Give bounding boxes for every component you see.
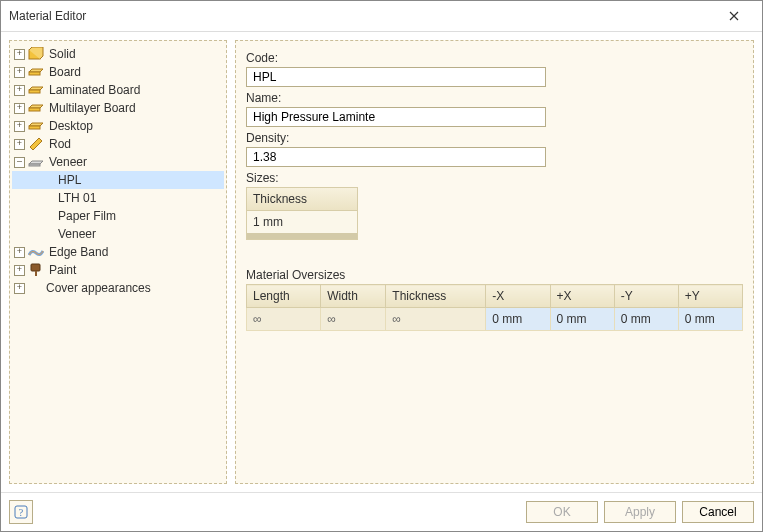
col-thickness: Thickness	[386, 285, 486, 308]
svg-text:?: ?	[19, 507, 24, 518]
cell-thickness: ∞	[386, 308, 486, 331]
expand-icon[interactable]: +	[14, 139, 25, 150]
tree-item-label: Laminated Board	[47, 83, 142, 97]
paint-icon	[28, 263, 44, 277]
table-header-row: Length Width Thickness -X +X -Y +Y	[247, 285, 743, 308]
close-icon	[729, 11, 739, 21]
ok-button[interactable]: OK	[526, 501, 598, 523]
solid-icon	[28, 47, 44, 61]
tree-item-label: Rod	[47, 137, 73, 151]
tree-item-label: Solid	[47, 47, 78, 61]
sizes-row[interactable]: 1 mm	[247, 211, 357, 233]
expand-icon[interactable]: +	[14, 85, 25, 96]
cell-plus-x[interactable]: 0 mm	[550, 308, 614, 331]
titlebar: Material Editor	[1, 1, 762, 32]
expand-icon[interactable]: +	[14, 67, 25, 78]
cell-length: ∞	[247, 308, 321, 331]
code-input[interactable]	[246, 67, 546, 87]
svg-rect-4	[29, 126, 40, 129]
tree-item-label: Multilayer Board	[47, 101, 138, 115]
tree-item-desktop[interactable]: + Desktop	[12, 117, 224, 135]
expand-icon[interactable]: +	[14, 121, 25, 132]
board-icon	[28, 119, 44, 133]
tree-item-laminated-board[interactable]: + Laminated Board	[12, 81, 224, 99]
col-plus-x: +X	[550, 285, 614, 308]
sizes-footer	[247, 233, 357, 239]
tree-item-multilayer-board[interactable]: + Multilayer Board	[12, 99, 224, 117]
edgeband-icon	[28, 245, 44, 259]
window-title: Material Editor	[9, 9, 714, 23]
tree-item-label: Edge Band	[47, 245, 110, 259]
tree-item-label: Desktop	[47, 119, 95, 133]
board-icon	[28, 101, 44, 115]
board-icon	[28, 83, 44, 97]
col-width: Width	[321, 285, 386, 308]
density-label: Density:	[246, 131, 743, 145]
tree-item-label: Paint	[47, 263, 78, 277]
expand-icon[interactable]: +	[14, 49, 25, 60]
sizes-header: Thickness	[247, 188, 357, 211]
cell-minus-y[interactable]: 0 mm	[614, 308, 678, 331]
svg-rect-1	[29, 72, 40, 75]
window-body: + Solid + Board + Laminated Board + Mult…	[1, 32, 762, 492]
tree-child-paper-film[interactable]: Paper Film	[12, 207, 224, 225]
sizes-label: Sizes:	[246, 171, 743, 185]
expand-icon[interactable]: +	[14, 247, 25, 258]
svg-rect-5	[29, 164, 40, 166]
dialog-footer: ? OK Apply Cancel	[1, 492, 762, 531]
cell-plus-y[interactable]: 0 mm	[678, 308, 742, 331]
name-label: Name:	[246, 91, 743, 105]
density-input[interactable]	[246, 147, 546, 167]
cell-minus-x[interactable]: 0 mm	[486, 308, 550, 331]
rod-icon	[28, 137, 44, 151]
cell-width: ∞	[321, 308, 386, 331]
tree-item-label: Veneer	[56, 227, 98, 241]
svg-rect-2	[29, 90, 40, 93]
tree-child-lth01[interactable]: LTH 01	[12, 189, 224, 207]
expand-icon[interactable]: +	[14, 265, 25, 276]
svg-rect-6	[31, 264, 40, 271]
tree-item-label: LTH 01	[56, 191, 98, 205]
tree-item-veneer[interactable]: – Veneer	[12, 153, 224, 171]
code-label: Code:	[246, 51, 743, 65]
tree-item-label: Veneer	[47, 155, 89, 169]
table-row: ∞ ∞ ∞ 0 mm 0 mm 0 mm 0 mm	[247, 308, 743, 331]
tree-item-cover-appearances[interactable]: + Cover appearances	[12, 279, 224, 297]
tree-child-hpl[interactable]: HPL	[12, 171, 224, 189]
tree-child-veneer[interactable]: Veneer	[12, 225, 224, 243]
apply-button[interactable]: Apply	[604, 501, 676, 523]
expand-icon[interactable]: +	[14, 103, 25, 114]
col-minus-y: -Y	[614, 285, 678, 308]
tree-item-rod[interactable]: + Rod	[12, 135, 224, 153]
material-form: Code: Name: Density: Sizes: Thickness 1 …	[235, 40, 754, 484]
svg-rect-7	[35, 271, 37, 276]
oversizes-table: Length Width Thickness -X +X -Y +Y ∞ ∞ ∞…	[246, 284, 743, 331]
tree-item-label: Cover appearances	[44, 281, 153, 295]
collapse-icon[interactable]: –	[14, 157, 25, 168]
close-button[interactable]	[714, 2, 754, 30]
expand-icon[interactable]: +	[14, 283, 25, 294]
tree-item-label: HPL	[56, 173, 83, 187]
cancel-button[interactable]: Cancel	[682, 501, 754, 523]
col-length: Length	[247, 285, 321, 308]
col-minus-x: -X	[486, 285, 550, 308]
oversizes-label: Material Oversizes	[246, 268, 743, 282]
help-icon: ?	[14, 505, 28, 519]
tree-item-label: Paper Film	[56, 209, 118, 223]
tree-item-board[interactable]: + Board	[12, 63, 224, 81]
tree-item-solid[interactable]: + Solid	[12, 45, 224, 63]
name-input[interactable]	[246, 107, 546, 127]
col-plus-y: +Y	[678, 285, 742, 308]
help-button[interactable]: ?	[9, 500, 33, 524]
material-editor-window: Material Editor + Solid + Board + Lamina…	[0, 0, 763, 532]
material-tree: + Solid + Board + Laminated Board + Mult…	[9, 40, 227, 484]
tree-item-label: Board	[47, 65, 83, 79]
sizes-table: Thickness 1 mm	[246, 187, 358, 240]
tree-item-edge-band[interactable]: + Edge Band	[12, 243, 224, 261]
board-icon	[28, 65, 44, 79]
veneer-icon	[28, 155, 44, 169]
tree-item-paint[interactable]: + Paint	[12, 261, 224, 279]
svg-rect-3	[29, 108, 40, 111]
